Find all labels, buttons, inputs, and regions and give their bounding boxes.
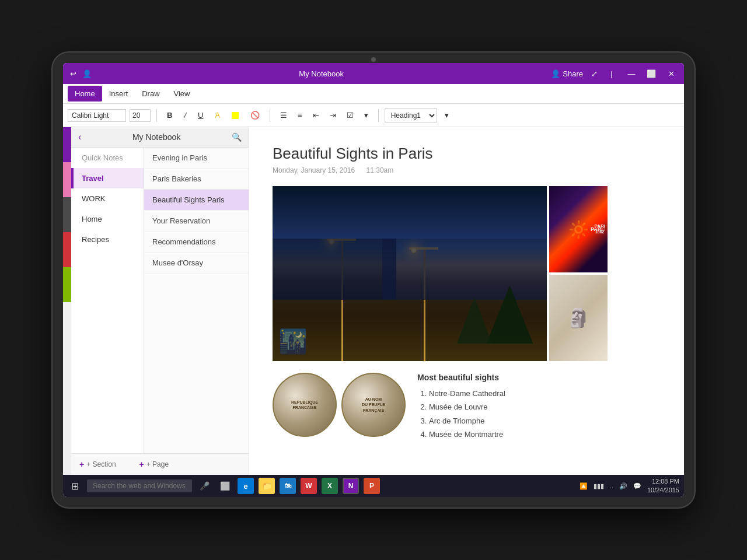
taskbar-network-icon: ..: [610, 482, 613, 489]
sections-list: Quick Notes Travel WORK Home Recipes: [71, 148, 144, 453]
dropdown-button[interactable]: ▾: [360, 109, 372, 121]
taskbar-action-center-icon[interactable]: 💬: [633, 482, 641, 490]
maximize-button[interactable]: ⬜: [645, 69, 657, 78]
add-page-label: + Page: [146, 460, 169, 468]
font-size-input[interactable]: [130, 109, 151, 122]
section-tab-travel[interactable]: [63, 127, 71, 162]
undo-button[interactable]: ↩: [70, 69, 76, 78]
share-button[interactable]: 👤 Share: [551, 69, 583, 78]
taskbar-datetime: 12:08 PM 10/24/2015: [647, 477, 679, 495]
section-item-home[interactable]: Home: [71, 209, 144, 229]
note-meta: Monday, January 15, 2016 11:30am: [273, 166, 661, 174]
section-item-travel[interactable]: Travel: [71, 168, 144, 188]
street-scene: [273, 186, 547, 361]
add-page-button[interactable]: + + Page: [139, 460, 169, 469]
numbered-list-button[interactable]: ≡: [294, 109, 306, 121]
search-icon[interactable]: 🔍: [232, 132, 242, 142]
expand-icon[interactable]: ⤢: [591, 69, 598, 78]
taskbar-date-display: 10/24/2015: [647, 486, 679, 495]
page-item-recommendations[interactable]: Recommendations: [144, 232, 249, 253]
sight-item-1: Notre-Dame Cathedral: [429, 387, 661, 400]
tablet-frame: ↩ 👤 My Notebook 👤 Share ⤢ | — ⬜ ✕ Home I…: [53, 52, 694, 508]
coin-2-text: AU NOMDU PEUPLEFRANÇAIS: [357, 392, 390, 417]
tablet-screen: ↩ 👤 My Notebook 👤 Share ⤢ | — ⬜ ✕ Home I…: [63, 63, 684, 497]
taskbar-app-folder[interactable]: 📁: [259, 478, 275, 494]
taskbar-search-input[interactable]: [87, 480, 192, 492]
section-item-quicknotes[interactable]: Quick Notes: [71, 148, 144, 168]
taskbar-app-ie[interactable]: e: [238, 478, 254, 494]
section-tab-home[interactable]: [63, 232, 71, 267]
page-item-reservation[interactable]: Your Reservation: [144, 211, 249, 232]
clear-format-button[interactable]: 🚫: [246, 109, 264, 121]
account-icon[interactable]: 👤: [82, 69, 92, 78]
sights-ordered-list: Notre-Dame Cathedral Musée de Louvre Arc…: [417, 387, 661, 442]
taskbar-time-display: 12:08 PM: [647, 477, 679, 486]
notebook-title: My Notebook: [132, 132, 180, 142]
cortana-icon[interactable]: 🎤: [197, 480, 212, 492]
underline-button[interactable]: U: [194, 109, 207, 121]
page-item-beautiful[interactable]: Beautiful Sights Paris: [144, 190, 249, 211]
taskbar-app-word[interactable]: W: [301, 478, 317, 494]
italic-button[interactable]: /: [180, 109, 190, 121]
add-section-label: + Section: [86, 460, 116, 468]
menu-item-draw[interactable]: Draw: [135, 86, 166, 102]
taskbar-battery-icon: ▮▮▮: [594, 482, 604, 490]
plus-icon: +: [79, 460, 84, 469]
toolbar-separator-2: [270, 109, 270, 122]
close-button[interactable]: ✕: [665, 69, 677, 78]
bullet-list-button[interactable]: ☰: [276, 109, 291, 121]
back-button[interactable]: ‹: [78, 132, 81, 142]
menu-item-home[interactable]: Home: [68, 86, 102, 102]
taskbar-app-excel[interactable]: X: [322, 478, 338, 494]
taskbar-notifications-icon[interactable]: 🔼: [580, 482, 588, 490]
page-item-musee[interactable]: Musee d'Orsay: [144, 253, 249, 274]
page-item-evening[interactable]: Evening in Paris: [144, 148, 249, 169]
paris-neon-image: PARI1862 🔆: [549, 186, 608, 272]
add-section-button[interactable]: + + Section: [79, 460, 116, 469]
taskbar: ⊞ 🎤 ⬜ e 📁 🛍 W X N P 🔼 ▮▮▮ .. 🔊 💬 12:08 P…: [63, 475, 684, 497]
section-tab-pink[interactable]: [63, 162, 71, 197]
title-bar-left: ↩ 👤: [70, 69, 92, 78]
taskbar-right: 🔼 ▮▮▮ .. 🔊 💬 12:08 PM 10/24/2015: [580, 477, 679, 495]
toolbar-separator-3: [378, 109, 379, 122]
increase-indent-button[interactable]: ⇥: [326, 109, 340, 121]
font-name-input[interactable]: [68, 109, 126, 122]
pages-list: Evening in Paris Paris Bakeries Beautifu…: [144, 148, 249, 453]
font-color-button[interactable]: A: [211, 109, 224, 121]
notebook-header: ‹ My Notebook 🔍: [71, 127, 249, 148]
start-button[interactable]: ⊞: [68, 478, 82, 494]
task-view-icon[interactable]: ⬜: [217, 480, 233, 492]
highlight-button[interactable]: [228, 109, 243, 122]
plus-page-icon: +: [139, 460, 144, 469]
page-item-bakeries[interactable]: Paris Bakeries: [144, 169, 249, 190]
section-tab-recipes[interactable]: [63, 267, 71, 302]
paris-statue-image: 🗿: [549, 275, 608, 361]
minimize-button[interactable]: —: [626, 69, 637, 78]
heading-style-select[interactable]: Heading1: [385, 108, 437, 123]
taskbar-app-store[interactable]: 🛍: [280, 478, 296, 494]
section-tab-work[interactable]: [63, 197, 71, 232]
coins-area: REPUBLIQUEFRANCAISE AU NOMDU PEUPLEFRANÇ…: [273, 373, 406, 442]
section-color-tabs: [63, 127, 71, 475]
taskbar-app-onenote[interactable]: N: [343, 478, 359, 494]
note-date: Monday, January 15, 2016: [273, 166, 355, 174]
title-bar-controls: 👤 Share ⤢ | — ⬜ ✕: [551, 69, 677, 78]
decrease-indent-button[interactable]: ⇤: [309, 109, 323, 121]
section-item-work[interactable]: WORK: [71, 188, 144, 209]
note-time: 11:30am: [366, 166, 394, 174]
note-content[interactable]: Beautiful Sights in Paris Monday, Januar…: [249, 127, 684, 475]
style-dropdown-button[interactable]: ▾: [441, 109, 453, 121]
note-images: PARI1862 🔆 🗿: [273, 186, 661, 361]
note-bottom: REPUBLIQUEFRANCAISE AU NOMDU PEUPLEFRANÇ…: [273, 373, 661, 442]
coin-1-text: REPUBLIQUEFRANCAISE: [287, 395, 323, 415]
menu-item-insert[interactable]: Insert: [102, 86, 135, 102]
menu-bar: Home Insert Draw View: [63, 84, 684, 104]
checkbox-button[interactable]: ☑: [343, 109, 358, 121]
menu-item-view[interactable]: View: [167, 86, 197, 102]
taskbar-volume-icon[interactable]: 🔊: [619, 482, 627, 490]
taskbar-app-powerpoint[interactable]: P: [364, 478, 380, 494]
left-panel-body: Quick Notes Travel WORK Home Recipes Eve…: [71, 148, 249, 453]
coin-1: REPUBLIQUEFRANCAISE: [273, 373, 337, 437]
bold-button[interactable]: B: [163, 109, 176, 121]
section-item-recipes[interactable]: Recipes: [71, 229, 144, 250]
